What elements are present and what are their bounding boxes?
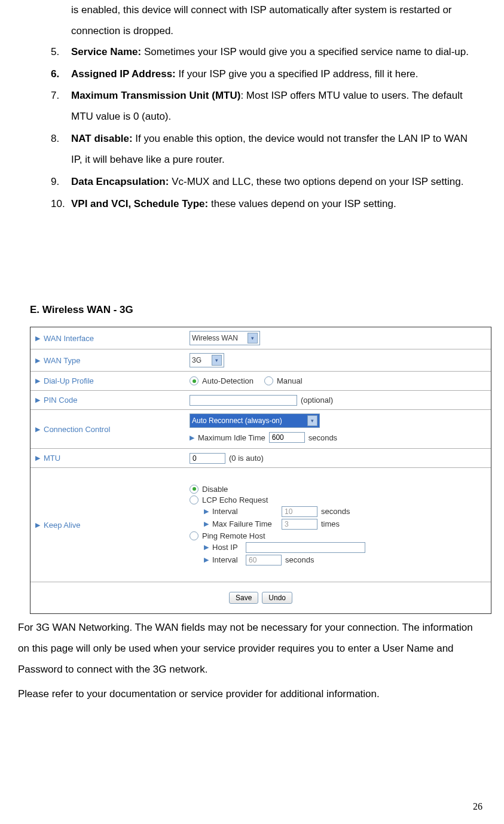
list-item: 5.Service Name: Sometimes your ISP would… [51, 42, 474, 63]
list-number: 6. [51, 64, 65, 85]
list-item: 8.NAT disable: If you enable this option… [51, 129, 474, 171]
list-item-text: these values depend on your ISP setting. [208, 198, 396, 209]
list-item-title: VPI and VCI, Schedule Type: [71, 198, 208, 209]
list-item: 6.Assigned IP Address: If your ISP give … [51, 64, 474, 85]
input-lcp-interval[interactable] [282, 506, 317, 517]
row-caret-icon: ▶ [35, 425, 40, 433]
label-keep-alive: Keep Alive [44, 521, 80, 530]
label-pin-code: PIN Code [44, 396, 77, 405]
row-caret-icon: ▶ [35, 377, 40, 385]
select-connection-control[interactable]: Auto Reconnect (always-on) ▾ [190, 413, 320, 428]
list-item-4-continuation: is enabled, this device will connect wit… [71, 0, 474, 42]
list-item-title: Assigned IP Address: [71, 68, 176, 80]
row-caret-icon: ▶ [190, 434, 194, 442]
label-ping-host: Host IP [212, 543, 242, 552]
row-caret-icon: ▶ [35, 357, 40, 364]
row-caret-icon: ▶ [35, 335, 40, 342]
chevron-down-icon: ▾ [248, 333, 258, 343]
row-caret-icon: ▶ [35, 521, 40, 529]
radio-label-manual: Manual [277, 376, 303, 385]
list-body: NAT disable: If you enable this option, … [71, 129, 474, 171]
list-body: Data Encapsulation: Vc-MUX and LLC, thes… [71, 172, 474, 193]
list-item-title: Data Encapsulation: [71, 176, 169, 187]
page-number: 26 [473, 801, 482, 812]
list-item-title: NAT disable: [71, 133, 133, 144]
row-caret-icon: ▶ [204, 520, 209, 528]
input-ping-interval[interactable] [246, 555, 282, 565]
paragraph-refer-doc: Please refer to your documentation or se… [18, 684, 486, 705]
row-caret-icon: ▶ [204, 543, 209, 551]
radio-label-disable: Disable [202, 485, 228, 494]
list-item: 7.Maximum Transmission Unit (MTU): Most … [51, 86, 474, 127]
hint-mtu: (0 is auto) [229, 454, 264, 463]
undo-button[interactable]: Undo [262, 592, 292, 604]
list-item-title: Maximum Transmission Unit (MTU) [71, 90, 240, 101]
list-body: Service Name: Sometimes your ISP would g… [71, 42, 474, 63]
list-number: 7. [51, 86, 65, 127]
list-number: 10. [51, 194, 65, 215]
radio-dialup-manual[interactable] [264, 376, 273, 385]
label-wan-type: WAN Type [44, 356, 80, 365]
input-pin-code[interactable] [190, 395, 297, 406]
unit-seconds: seconds [285, 555, 314, 564]
label-mtu: MTU [44, 454, 60, 463]
list-item: 10.VPI and VCI, Schedule Type: these val… [51, 194, 474, 215]
radio-keep-ping[interactable] [190, 531, 198, 540]
list-item-title: Service Name: [71, 46, 141, 57]
row-caret-icon: ▶ [35, 396, 40, 404]
chevron-down-icon: ▾ [307, 415, 317, 426]
label-lcp-fail: Max Failure Time [212, 519, 278, 528]
label-ping-interval: Interval [212, 555, 242, 564]
radio-label-auto: Auto-Detection [202, 376, 253, 385]
wireless-wan-3g-panel: ▶WAN Interface Wireless WAN ▾ ▶WAN Type … [30, 327, 491, 614]
row-caret-icon: ▶ [204, 556, 209, 564]
list-number: 5. [51, 42, 65, 63]
label-dialup-profile: Dial-Up Profile [44, 376, 94, 385]
label-wan-interface: WAN Interface [44, 334, 94, 343]
label-lcp-interval: Interval [212, 507, 278, 516]
list-item: 9.Data Encapsulation: Vc-MUX and LLC, th… [51, 172, 474, 193]
list-body: VPI and VCI, Schedule Type: these values… [71, 194, 474, 215]
label-connection-control: Connection Control [44, 425, 110, 434]
select-wan-interface[interactable]: Wireless WAN ▾ [190, 331, 260, 345]
list-item-text: Sometimes your ISP would give you a spec… [141, 46, 469, 57]
list-item-text: Vc-MUX and LLC, these two options depend… [169, 176, 463, 187]
chevron-down-icon: ▾ [212, 355, 222, 366]
list-body: Maximum Transmission Unit (MTU): Most IS… [71, 86, 474, 127]
list-number: 9. [51, 172, 65, 193]
list-body: Assigned IP Address: If your ISP give yo… [71, 64, 474, 85]
radio-label-lcp: LCP Echo Request [202, 495, 268, 504]
input-max-idle[interactable] [269, 432, 305, 443]
select-wan-type[interactable]: 3G ▾ [190, 353, 224, 367]
label-max-idle: Maximum Idle Time [198, 433, 265, 442]
section-e-title: E. Wireless WAN - 3G [30, 304, 486, 316]
unit-seconds: seconds [308, 433, 337, 442]
unit-times: times [321, 519, 340, 528]
radio-keep-lcp[interactable] [190, 495, 198, 504]
hint-pin: (optional) [301, 396, 333, 405]
row-caret-icon: ▶ [204, 507, 209, 515]
radio-keep-disable[interactable] [190, 485, 198, 494]
input-mtu[interactable] [190, 453, 225, 464]
list-number: 8. [51, 129, 65, 171]
paragraph-3g-note: For 3G WAN Networking. The WAN fields ma… [18, 618, 486, 680]
radio-dialup-auto[interactable] [190, 376, 198, 385]
list-item-text: If your ISP give you a specified IP addr… [176, 68, 419, 80]
save-button[interactable]: Save [229, 592, 258, 604]
input-lcp-fail[interactable] [282, 519, 317, 530]
row-caret-icon: ▶ [35, 454, 40, 462]
input-ping-host[interactable] [246, 542, 365, 553]
unit-seconds: seconds [321, 507, 350, 516]
radio-label-ping: Ping Remote Host [202, 531, 265, 540]
